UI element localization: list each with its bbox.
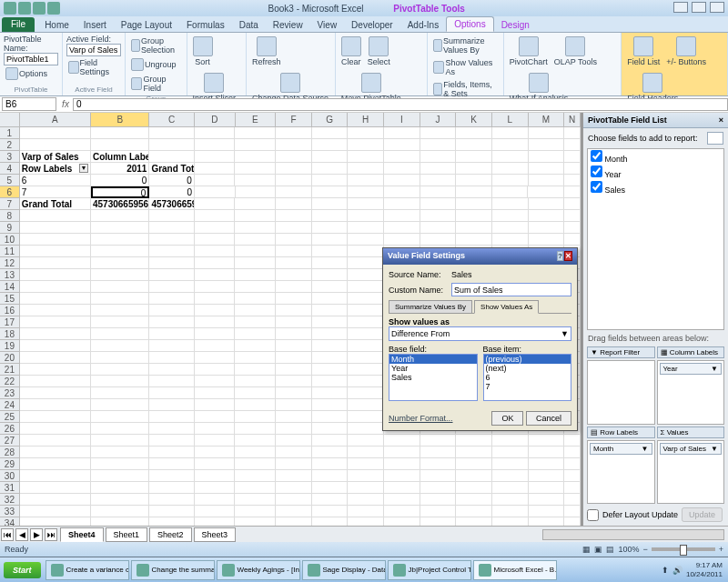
zoom-out-button[interactable]: − [642,545,647,554]
col-header-L[interactable]: L [492,113,529,126]
cell-M7[interactable] [529,198,565,210]
cell-J1[interactable] [420,127,457,139]
tab-developer[interactable]: Developer [344,18,400,32]
row-header-21[interactable]: 21 [0,364,20,376]
cell-D26[interactable] [195,423,236,435]
col-header-C[interactable]: C [149,113,195,126]
tab-page-layout[interactable]: Page Layout [114,18,179,32]
row-header-29[interactable]: 29 [0,458,20,470]
cell-A19[interactable] [20,340,91,352]
row-header-23[interactable]: 23 [0,387,20,399]
row-header-2[interactable]: 2 [0,139,20,151]
cell-N3[interactable] [564,151,581,163]
defer-checkbox[interactable] [587,509,599,521]
cell-I32[interactable] [384,494,420,506]
cell-D9[interactable] [195,222,236,234]
col-header-D[interactable]: D [195,113,236,126]
cell-D13[interactable] [195,269,236,281]
cell-H12[interactable] [348,257,384,269]
cell-G1[interactable] [312,127,349,139]
row-header-1[interactable]: 1 [0,127,20,139]
field-list-button[interactable]: Field List [625,35,662,68]
tab-file[interactable]: File [2,17,35,32]
cell-H16[interactable] [348,305,384,316]
cell-F29[interactable] [276,458,312,470]
cell-F17[interactable] [276,316,312,328]
taskbar-item-4[interactable]: Jb|Project Control Ta… [388,560,471,580]
cell-B3[interactable]: Column Labels▼ [91,151,149,163]
row-header-13[interactable]: 13 [0,269,20,281]
cell-H31[interactable] [348,482,384,494]
cell-D18[interactable] [195,328,236,340]
cell-A7[interactable]: Grand Total [20,198,91,210]
cell-F18[interactable] [276,328,312,340]
cell-E23[interactable] [235,387,276,399]
cell-J4[interactable] [420,163,457,175]
cell-A4[interactable]: Row Labels▼ [20,163,91,175]
col-header-H[interactable]: H [348,113,384,126]
cell-B6[interactable]: 0 [91,186,149,198]
cell-N1[interactable] [564,127,581,139]
cell-F2[interactable] [276,139,312,151]
cell-M3[interactable] [529,151,565,163]
col-header-J[interactable]: J [420,113,457,126]
cell-B26[interactable] [91,423,149,435]
cell-E12[interactable] [235,257,276,269]
cell-H8[interactable] [348,210,384,222]
cell-L34[interactable] [492,517,529,526]
chevron-down-icon[interactable]: ▼ [711,445,718,453]
cell-H24[interactable] [348,399,384,411]
cell-E7[interactable] [235,198,276,210]
cell-C9[interactable] [149,222,195,234]
col-header-N[interactable]: N [564,113,581,126]
cell-N32[interactable] [564,494,581,506]
cell-B29[interactable] [91,458,149,470]
cell-D7[interactable] [195,198,236,210]
row-header-24[interactable]: 24 [0,399,20,411]
tab-view[interactable]: View [310,18,345,32]
pivotchart-button[interactable]: PivotChart [508,35,550,68]
cell-C2[interactable] [149,139,195,151]
cell-N34[interactable] [564,517,581,526]
field-year-checkbox[interactable] [591,166,602,177]
cell-H30[interactable] [348,470,384,482]
summarize-values-button[interactable]: Summarize Values By [431,35,500,56]
cell-G23[interactable] [312,387,349,399]
cell-C10[interactable] [149,234,195,246]
cell-J10[interactable] [420,234,457,246]
cell-K1[interactable] [456,127,492,139]
cell-A8[interactable] [20,210,91,222]
cell-E32[interactable] [235,494,276,506]
cell-D20[interactable] [195,352,236,364]
cell-L10[interactable] [492,234,529,246]
cell-A2[interactable] [20,139,91,151]
sheet-nav-first[interactable]: ⏮ [1,528,14,541]
base-item-next[interactable]: (next) [484,364,571,373]
cell-H13[interactable] [348,269,384,281]
cell-C3[interactable] [149,151,195,163]
cell-H29[interactable] [348,458,384,470]
cell-F16[interactable] [276,305,312,316]
cell-E4[interactable] [235,163,276,175]
cell-G30[interactable] [312,470,349,482]
custom-name-input[interactable] [451,283,571,296]
cell-M28[interactable] [529,447,565,458]
cell-G15[interactable] [312,293,349,305]
cell-C30[interactable] [149,470,195,482]
cell-K6[interactable] [456,186,492,198]
cell-J32[interactable] [420,494,457,506]
pivotname-input[interactable] [4,53,58,65]
cell-F13[interactable] [276,269,312,281]
value-varp-sales[interactable]: Varp of Sales▼ [660,443,723,455]
cell-B33[interactable] [91,506,149,517]
cell-F34[interactable] [276,517,312,526]
cell-H28[interactable] [348,447,384,458]
formula-input[interactable] [73,98,728,111]
cell-H33[interactable] [348,506,384,517]
cell-G14[interactable] [312,281,349,293]
cell-B34[interactable] [91,517,149,526]
cell-H9[interactable] [348,222,384,234]
cell-B4[interactable]: 2011 [91,163,149,175]
col-header-A[interactable]: A [20,113,91,126]
cell-B12[interactable] [91,257,149,269]
